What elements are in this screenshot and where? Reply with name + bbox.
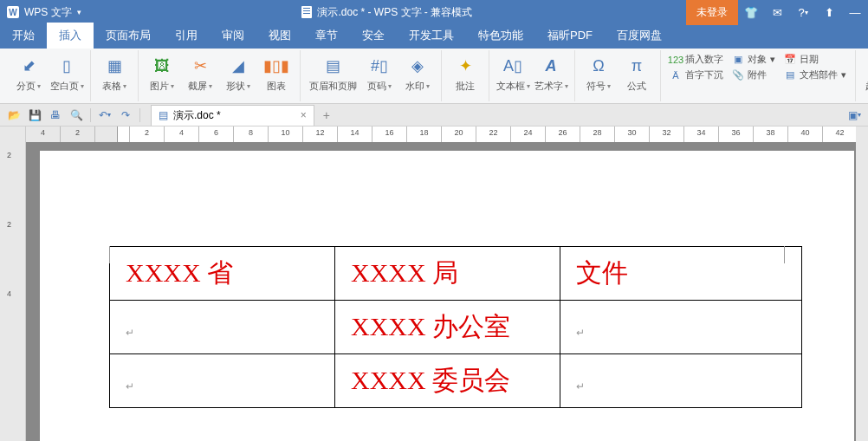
table-cell[interactable]: ↵ (560, 301, 802, 354)
task-pane-button[interactable]: ▣▾ (845, 107, 863, 124)
table-cell[interactable]: XXXX 局 (335, 247, 560, 301)
add-tab-button[interactable]: + (323, 108, 330, 122)
page-break-button[interactable]: ⬋分页▾ (10, 50, 47, 93)
wordart-button[interactable]: A艺术字▾ (533, 50, 569, 93)
ruler-area: 4224681012141618202224262830323436384042 (0, 126, 868, 142)
document-tab[interactable]: ▤ 演示.doc * × (151, 105, 314, 126)
titlebar: W WPS 文字 ▾ 演示.doc * - WPS 文字 - 兼容模式 未登录 … (0, 0, 868, 24)
tab-features[interactable]: 特色功能 (466, 23, 535, 49)
title-right: 未登录 👕 ✉ ?▾ ⬆ — (686, 0, 868, 25)
picture-button[interactable]: 🖼图片▾ (144, 50, 180, 93)
dropcap-icon: Ä (670, 69, 682, 81)
equation-button[interactable]: π公式 (619, 50, 655, 93)
symbol-icon: Ω (586, 54, 611, 78)
tab-chapter[interactable]: 章节 (303, 23, 350, 49)
title-center: 演示.doc * - WPS 文字 - 兼容模式 (88, 5, 686, 20)
comment-button[interactable]: ✦批注 (447, 50, 483, 93)
dropcap-button[interactable]: Ä首字下沉 (666, 68, 727, 82)
symbol-button[interactable]: Ω符号▾ (580, 50, 617, 93)
skin-icon[interactable]: 👕 (738, 0, 764, 24)
paragraph-mark-icon: ↵ (126, 327, 134, 339)
app-menu-dropdown-icon[interactable]: ▾ (77, 8, 81, 16)
login-button[interactable]: 未登录 (686, 0, 738, 25)
table-cell[interactable]: ↵ (110, 354, 335, 408)
shapes-button[interactable]: ◢形状▾ (220, 50, 256, 93)
separator (139, 108, 140, 122)
textbox-button[interactable]: A▯文本框▾ (495, 50, 531, 93)
table-button[interactable]: ▦表格▾ (96, 50, 133, 93)
print-button[interactable]: 🖶 (47, 107, 64, 124)
date-button[interactable]: 📅日期 (781, 52, 850, 67)
save-button[interactable]: 💾 (26, 107, 43, 124)
page[interactable]: XXXX 省 XXXX 局 文件 ↵ XXXX 办公室 ↵ ↵ XXXX 委员会… (40, 151, 854, 441)
ribbon-group-links: 🔗超链接 (856, 50, 868, 101)
ribbon-group-misc: 123插入数字 Ä首字下沉 ▣对象▾ 📎附件 📅日期 ▤文档部件▾ (661, 50, 856, 101)
help-icon[interactable]: ?▾ (790, 0, 816, 24)
ribbon-group-symbols: Ω符号▾ π公式 (575, 50, 661, 101)
tab-pagelayout[interactable]: 页面布局 (94, 23, 163, 49)
page-scroll-area[interactable]: XXXX 省 XXXX 局 文件 ↵ XXXX 办公室 ↵ ↵ XXXX 委员会… (26, 142, 868, 441)
table-cell[interactable]: XXXX 委员会 (335, 354, 560, 408)
close-tab-button[interactable]: × (301, 109, 307, 121)
paragraph-mark-icon: ↵ (576, 327, 585, 339)
attachment-button[interactable]: 📎附件 (729, 68, 779, 82)
screenshot-button[interactable]: ✂截屏▾ (182, 50, 218, 93)
equation-icon: π (625, 54, 649, 78)
document-container: 2 2 4 XXXX 省 XXXX 局 文件 ↵ XXXX 办公室 ↵ ↵ (0, 142, 868, 441)
feedback-icon[interactable]: ✉ (764, 0, 790, 24)
wordart-icon: A (539, 54, 563, 78)
table-cell[interactable]: ↵ (560, 354, 802, 408)
object-button[interactable]: ▣对象▾ (729, 52, 779, 67)
document-icon (301, 6, 312, 18)
table-cell[interactable]: ↵ (110, 301, 335, 354)
minimize-button[interactable]: — (842, 0, 868, 24)
ribbon-group-text: A▯文本框▾ A艺术字▾ (489, 50, 575, 101)
tab-devtools[interactable]: 开发工具 (397, 23, 466, 49)
quick-access-bar: 📂 💾 🖶 🔍 ↶▾ ↷ ▤ 演示.doc * × + ▣▾ (0, 104, 868, 126)
horizontal-ruler[interactable]: 4224681012141618202224262830323436384042 (26, 126, 868, 142)
shapes-icon: ◢ (226, 54, 250, 78)
watermark-button[interactable]: ◈水印▾ (399, 50, 436, 93)
table-cell[interactable]: XXXX 省 (110, 247, 335, 301)
vertical-scrollbar[interactable] (856, 126, 868, 441)
tab-foxitpdf[interactable]: 福昕PDF (535, 23, 605, 49)
tab-view[interactable]: 视图 (256, 23, 303, 49)
vertical-ruler[interactable]: 2 2 4 (0, 142, 26, 441)
page-break-icon: ⬋ (16, 54, 41, 78)
minimize-to-tray-icon[interactable]: ⬆ (816, 0, 842, 24)
print-preview-button[interactable]: 🔍 (68, 107, 85, 124)
insert-number-button[interactable]: 123插入数字 (666, 52, 727, 67)
docparts-icon: ▤ (784, 69, 796, 81)
attachment-icon: 📎 (732, 69, 744, 81)
app-name: WPS 文字 (24, 5, 72, 20)
app-brand: W WPS 文字 ▾ (0, 5, 88, 20)
ribbon: ⬋分页▾ ▯空白页▾ ▦表格▾ 🖼图片▾ ✂截屏▾ ◢形状▾ ▮▯▮图表 ▤页眉… (0, 49, 868, 104)
page-number-button[interactable]: #▯页码▾ (361, 50, 398, 93)
undo-button[interactable]: ↶▾ (96, 107, 113, 124)
header-footer-button[interactable]: ▤页眉和页脚 (306, 50, 360, 93)
table-cell[interactable]: 文件 (560, 247, 802, 301)
picture-icon: 🖼 (150, 54, 174, 78)
redo-button[interactable]: ↷ (117, 107, 134, 124)
tab-baidupan[interactable]: 百度网盘 (605, 23, 674, 49)
object-icon: ▣ (732, 54, 744, 66)
chart-button[interactable]: ▮▯▮图表 (258, 50, 295, 93)
blank-page-button[interactable]: ▯空白页▾ (49, 50, 85, 93)
left-margin-marker (109, 246, 110, 263)
tab-security[interactable]: 安全 (350, 23, 397, 49)
tab-review[interactable]: 审阅 (210, 23, 256, 49)
tab-insert[interactable]: 插入 (47, 23, 94, 49)
menu-tabs: 开始 插入 页面布局 引用 审阅 视图 章节 安全 开发工具 特色功能 福昕PD… (0, 24, 868, 49)
table-cell[interactable]: XXXX 办公室 (335, 301, 560, 354)
wps-logo-icon: W (7, 6, 19, 18)
screenshot-icon: ✂ (188, 54, 212, 78)
paragraph-mark-icon: ↵ (576, 380, 585, 392)
open-button[interactable]: 📂 (5, 107, 23, 124)
document-table[interactable]: XXXX 省 XXXX 局 文件 ↵ XXXX 办公室 ↵ ↵ XXXX 委员会… (109, 246, 802, 408)
document-tab-name: 演示.doc * (173, 108, 221, 123)
ribbon-group-tables: ▦表格▾ (91, 50, 139, 101)
tab-reference[interactable]: 引用 (163, 23, 210, 49)
docparts-button[interactable]: ▤文档部件▾ (781, 68, 850, 82)
hyperlink-button[interactable]: 🔗超链接 (861, 50, 868, 93)
tab-start[interactable]: 开始 (0, 23, 47, 49)
